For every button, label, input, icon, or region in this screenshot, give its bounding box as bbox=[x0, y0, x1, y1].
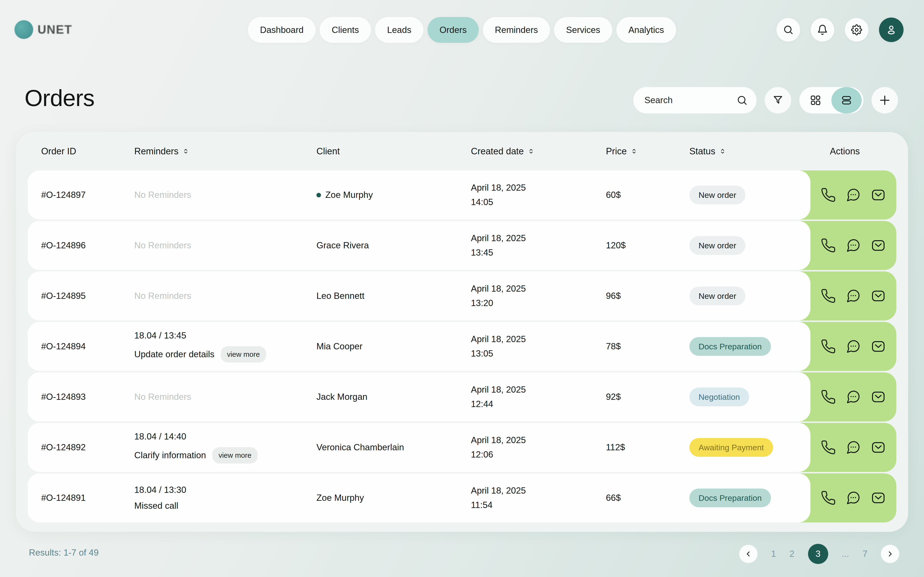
page-number[interactable]: 7 bbox=[863, 549, 867, 559]
nav-item-clients[interactable]: Clients bbox=[320, 17, 371, 43]
settings-button[interactable] bbox=[845, 18, 868, 42]
row-actions bbox=[820, 322, 886, 371]
call-button[interactable] bbox=[820, 338, 836, 355]
nav-item-analytics[interactable]: Analytics bbox=[616, 17, 676, 43]
sort-icon[interactable] bbox=[182, 148, 189, 155]
table-rows: #O-124897 No Reminders Zoe Murphy April … bbox=[27, 171, 897, 524]
email-button[interactable] bbox=[870, 440, 886, 455]
filter-button[interactable] bbox=[765, 87, 791, 113]
call-button[interactable] bbox=[820, 288, 836, 304]
created-date-cell: April 18, 202512:06 bbox=[471, 423, 526, 472]
email-button[interactable] bbox=[870, 187, 886, 203]
notifications-button[interactable] bbox=[811, 18, 834, 42]
table-header: Order ID Reminders Client Created date P… bbox=[16, 132, 908, 171]
page-number-active[interactable]: 3 bbox=[808, 544, 828, 564]
sort-icon[interactable] bbox=[719, 148, 726, 155]
nav-item-services[interactable]: Services bbox=[554, 17, 612, 43]
no-reminders-label: No Reminders bbox=[134, 190, 191, 200]
orders-toolbar bbox=[633, 87, 898, 113]
mail-icon bbox=[871, 288, 886, 304]
email-button[interactable] bbox=[870, 288, 886, 304]
page-title: Orders bbox=[24, 85, 94, 111]
row-actions bbox=[820, 221, 886, 270]
profile-button[interactable] bbox=[879, 18, 903, 42]
table-row[interactable]: #O-124892 18.04 / 14:40 Clarify informat… bbox=[27, 423, 897, 472]
chat-button[interactable] bbox=[845, 389, 861, 405]
client-name: Veronica Chamberlain bbox=[317, 442, 404, 453]
chat-button[interactable] bbox=[845, 187, 861, 203]
chat-button[interactable] bbox=[845, 288, 861, 304]
mail-icon bbox=[871, 389, 886, 405]
page-number[interactable]: 2 bbox=[790, 549, 795, 559]
pagination: 1 2 3 ... 7 bbox=[739, 544, 899, 564]
brand-logo-icon bbox=[15, 20, 33, 39]
chat-button[interactable] bbox=[845, 338, 861, 355]
client-name: Mia Cooper bbox=[317, 342, 362, 351]
prev-page-button[interactable] bbox=[739, 545, 758, 563]
brand-name: UNET bbox=[37, 23, 72, 37]
sort-icon[interactable] bbox=[630, 148, 638, 155]
orders-table: Order ID Reminders Client Created date P… bbox=[16, 132, 908, 532]
time-text: 13:45 bbox=[471, 247, 493, 258]
created-date-cell: April 18, 202511:54 bbox=[471, 473, 526, 522]
call-button[interactable] bbox=[820, 389, 836, 405]
email-button[interactable] bbox=[870, 237, 886, 253]
mail-icon bbox=[871, 238, 886, 253]
table-row[interactable]: #O-124895 No Reminders Leo Bennett April… bbox=[27, 271, 897, 321]
sort-icon[interactable] bbox=[527, 148, 535, 155]
reminder-time: 18.04 / 13:45 bbox=[134, 330, 186, 341]
view-more-button[interactable]: view more bbox=[221, 346, 266, 363]
list-view-button[interactable] bbox=[831, 87, 862, 113]
add-order-button[interactable] bbox=[872, 87, 898, 113]
time-text: 13:20 bbox=[471, 298, 493, 308]
col-price: Price bbox=[606, 132, 638, 171]
email-button[interactable] bbox=[870, 338, 886, 355]
table-row[interactable]: #O-124893 No Reminders Jack Morgan April… bbox=[27, 372, 897, 421]
chat-icon bbox=[846, 440, 861, 455]
chat-icon bbox=[846, 288, 861, 304]
chat-button[interactable] bbox=[845, 440, 861, 455]
email-button[interactable] bbox=[870, 389, 886, 405]
created-date-cell: April 18, 202514:05 bbox=[471, 171, 526, 219]
grid-view-button[interactable] bbox=[800, 87, 831, 113]
call-button[interactable] bbox=[820, 490, 836, 506]
call-button[interactable] bbox=[820, 187, 836, 203]
nav-item-reminders[interactable]: Reminders bbox=[483, 17, 550, 43]
call-button[interactable] bbox=[820, 440, 836, 455]
table-row[interactable]: #O-124891 18.04 / 13:30 Missed call Zoe … bbox=[27, 473, 897, 522]
next-page-button[interactable] bbox=[881, 545, 899, 563]
search-icon[interactable] bbox=[736, 95, 748, 106]
chevron-right-icon bbox=[886, 550, 894, 558]
no-reminders-label: No Reminders bbox=[134, 291, 191, 301]
table-row[interactable]: #O-124897 No Reminders Zoe Murphy April … bbox=[27, 171, 897, 219]
date-text: April 18, 2025 bbox=[471, 435, 526, 445]
status-badge: New order bbox=[690, 236, 745, 255]
search-input[interactable] bbox=[645, 95, 736, 105]
email-button[interactable] bbox=[870, 490, 886, 506]
nav-item-leads[interactable]: Leads bbox=[375, 17, 423, 43]
order-id-cell: #O-124892 bbox=[41, 423, 86, 472]
view-more-button[interactable]: view more bbox=[212, 447, 258, 464]
table-row[interactable]: #O-124894 18.04 / 13:45 Update order det… bbox=[27, 322, 897, 371]
status-cell: New order bbox=[690, 271, 745, 321]
time-text: 13:05 bbox=[471, 348, 493, 359]
nav-item-dashboard[interactable]: Dashboard bbox=[248, 17, 316, 43]
date-text: April 18, 2025 bbox=[471, 334, 526, 345]
search-button[interactable] bbox=[777, 18, 800, 42]
status-badge: Negotiation bbox=[690, 388, 749, 406]
call-button[interactable] bbox=[820, 237, 836, 253]
page-number[interactable]: 1 bbox=[771, 549, 776, 559]
phone-icon bbox=[821, 440, 836, 455]
chat-button[interactable] bbox=[845, 490, 861, 506]
client-name: Leo Bennett bbox=[317, 291, 365, 301]
price-cell: 112$ bbox=[606, 423, 625, 472]
no-reminders-label: No Reminders bbox=[134, 392, 191, 402]
phone-icon bbox=[821, 187, 836, 203]
created-date-cell: April 18, 202513:45 bbox=[471, 221, 526, 270]
chat-button[interactable] bbox=[845, 237, 861, 253]
table-row[interactable]: #O-124896 No Reminders Grace Rivera Apri… bbox=[27, 221, 897, 270]
nav-item-orders[interactable]: Orders bbox=[428, 17, 479, 43]
col-reminders: Reminders bbox=[134, 132, 189, 171]
order-id-cell: #O-124893 bbox=[41, 372, 86, 421]
date-text: April 18, 2025 bbox=[471, 384, 526, 395]
